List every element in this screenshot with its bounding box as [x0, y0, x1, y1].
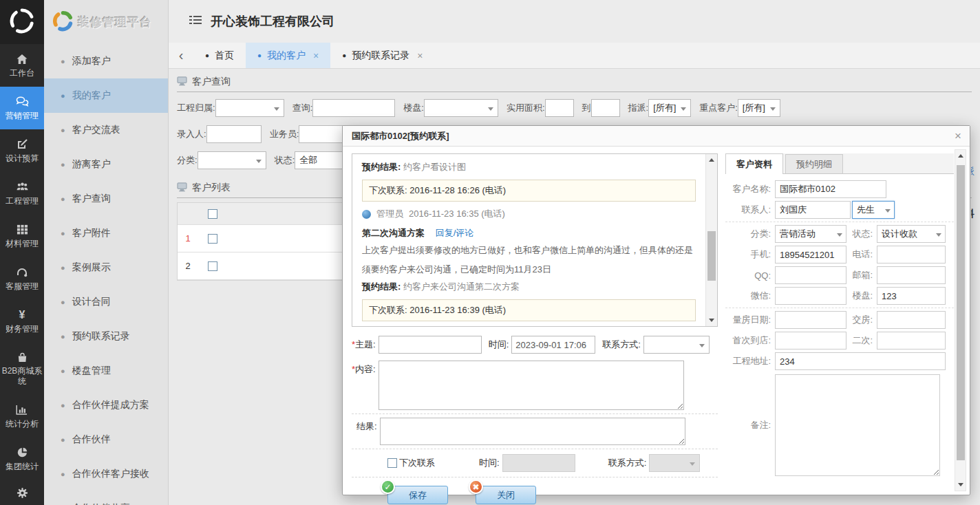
email-input[interactable] [877, 266, 946, 284]
sidebar-item-b2b-mall[interactable]: B2B商城系统 [0, 343, 44, 395]
app-logo[interactable] [0, 0, 44, 44]
list-toggle-icon[interactable] [189, 15, 202, 28]
bullet-icon: ● [61, 264, 65, 272]
tab-my-customers[interactable]: ● 我的客户 × [246, 43, 330, 68]
background-text-fragment: 料 [971, 208, 980, 220]
history-scrollbar[interactable] [705, 154, 717, 326]
building-select[interactable] [424, 99, 498, 117]
second-visit-input[interactable] [877, 332, 946, 350]
next-contact-checkbox[interactable] [387, 458, 397, 468]
area-from-input[interactable] [545, 99, 574, 117]
edit-icon [16, 138, 28, 151]
area-to-input[interactable] [591, 99, 620, 117]
category-select[interactable] [198, 151, 266, 169]
next-contact-method-label: 联系方式: [608, 454, 647, 472]
headset-icon [16, 266, 28, 279]
save-button[interactable]: ✓ 保存 [387, 486, 448, 504]
monitor-icon [177, 182, 187, 194]
scrollbar-thumb[interactable] [957, 165, 965, 460]
vip-select[interactable]: [所有] [738, 99, 780, 117]
sidebar-item-statistics[interactable]: 统计分析 [0, 395, 44, 438]
scrollbar-thumb[interactable] [707, 231, 716, 281]
tab-appointment-records[interactable]: ● 预约联系记录 × [330, 43, 434, 68]
qq-input[interactable] [775, 266, 846, 284]
row-checkbox[interactable] [208, 234, 217, 244]
menu-item-design-contract[interactable]: ●设计合同 [44, 285, 168, 319]
sidebar-item-workbench[interactable]: 工作台 [0, 44, 44, 87]
menu-item-partner-commission[interactable]: ●合作伙伴提成方案 [44, 388, 168, 422]
measure-date-input[interactable] [775, 311, 846, 329]
row-checkbox[interactable] [208, 261, 217, 271]
scroll-down-icon[interactable] [955, 479, 966, 491]
tabs-scroll-left-icon[interactable]: ‹ [169, 43, 193, 68]
content-label: 内容: [355, 364, 376, 374]
address-input[interactable] [775, 352, 946, 370]
modal-scrollbar[interactable] [955, 149, 966, 491]
menu-item-case-display[interactable]: ●案例展示 [44, 250, 168, 285]
swirl-logo-icon [9, 8, 35, 36]
subject-label: 主题: [355, 339, 376, 350]
result-textarea[interactable] [380, 418, 685, 445]
tab-appointment-detail[interactable]: 预约明细 [785, 154, 843, 173]
tab-home[interactable]: ● 首页 [193, 43, 246, 68]
customer-name-input[interactable] [775, 180, 886, 198]
status-label: 状态: [275, 154, 295, 166]
contact-method-select[interactable] [643, 336, 710, 354]
status-select[interactable]: 设计收款 [877, 225, 946, 243]
result-label: 结果: [356, 418, 377, 436]
reply-comment-link[interactable]: 回复/评论 [436, 228, 474, 238]
wechat-input[interactable] [775, 287, 846, 305]
first-visit-input[interactable] [775, 332, 846, 350]
bullet-icon: ● [61, 298, 65, 306]
assign-select[interactable]: [所有] [648, 99, 691, 117]
tab-customer-info[interactable]: 客户资料 [725, 153, 783, 174]
sidebar-item-settings[interactable] [0, 480, 44, 505]
sidebar-item-material-mgmt[interactable]: 材料管理 [0, 215, 44, 257]
category-select[interactable]: 营销活动 [775, 225, 846, 243]
menu-item-customer-query[interactable]: ●客户查询 [44, 182, 168, 216]
author-name: 管理员 [376, 208, 403, 220]
bullet-icon: ● [61, 160, 65, 169]
delivery-input[interactable] [877, 311, 946, 329]
menu-item-my-customers[interactable]: ●我的客户 [44, 78, 168, 113]
phone-input[interactable] [877, 246, 946, 264]
contact-name-input[interactable] [775, 201, 851, 219]
sidebar-item-finance[interactable]: ¥ 财务管理 [0, 300, 44, 343]
menu-item-customer-exchange[interactable]: ●客户交流表 [44, 113, 168, 147]
modal-close-icon[interactable]: × [955, 130, 961, 142]
customer-panel-tabs: 客户资料 预约明细 [725, 153, 954, 174]
search-input[interactable] [312, 99, 395, 117]
menu-item-partner-share[interactable]: ●合作伙伴共享 [44, 491, 168, 505]
content-textarea[interactable] [379, 361, 684, 410]
bar-chart-icon [16, 404, 28, 416]
bag-icon [17, 351, 28, 363]
menu-item-partner-customer-receive[interactable]: ●合作伙伴客户接收 [44, 457, 168, 491]
sidebar-item-group-stats[interactable]: 集团统计 [0, 438, 44, 480]
entry-by-input[interactable] [206, 125, 262, 143]
time-input[interactable] [511, 336, 595, 354]
remark-textarea[interactable] [775, 374, 940, 476]
sidebar-item-customer-service[interactable]: 客服管理 [0, 257, 44, 300]
contact-title-select[interactable]: 先生 [852, 201, 895, 219]
sidebar-item-marketing[interactable]: 营销管理 [0, 87, 44, 129]
project-owner-select[interactable] [215, 99, 284, 117]
tab-close-icon[interactable]: × [313, 50, 319, 61]
subject-input[interactable] [379, 336, 482, 354]
scroll-up-icon[interactable] [706, 154, 717, 166]
mobile-input[interactable] [775, 246, 846, 264]
menu-item-building-mgmt[interactable]: ●楼盘管理 [44, 354, 168, 388]
menu-item-partners[interactable]: ●合作伙伴 [44, 422, 168, 457]
menu-item-customer-attachments[interactable]: ●客户附件 [44, 216, 168, 250]
next-time-label: 时间: [479, 454, 500, 472]
close-button[interactable]: ✖ 关闭 [476, 486, 536, 504]
sidebar-item-design-budget[interactable]: 设计预算 [0, 129, 44, 172]
tab-close-icon[interactable]: × [417, 50, 423, 61]
scroll-up-icon[interactable] [955, 150, 966, 162]
select-all-checkbox[interactable] [208, 209, 217, 219]
sidebar-item-project-mgmt[interactable]: 工程管理 [0, 172, 44, 215]
menu-item-appointment-records[interactable]: ●预约联系记录 [44, 319, 168, 354]
scroll-down-icon[interactable] [706, 314, 717, 326]
menu-item-add-customer[interactable]: ●添加客户 [44, 44, 168, 78]
menu-item-drifting-customers[interactable]: ●游离客户 [44, 147, 168, 182]
building-input[interactable] [877, 287, 946, 305]
